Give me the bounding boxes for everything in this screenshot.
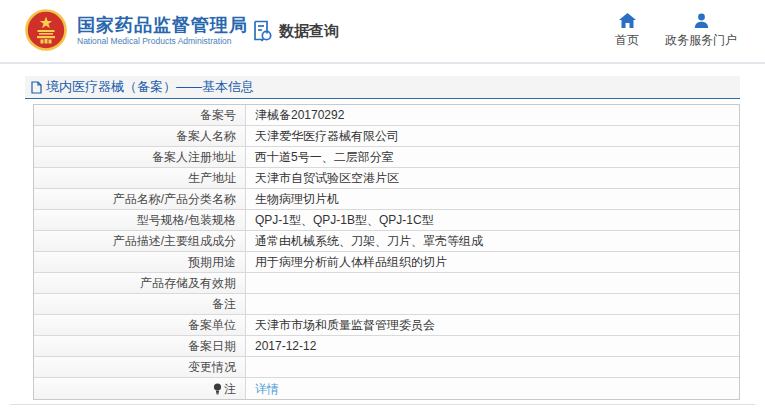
row-value: 西十道5号一、二层部分室: [246, 147, 739, 167]
row-label: 产品存储及有效期: [34, 273, 246, 293]
row-value: 用于病理分析前人体样品组织的切片: [246, 252, 739, 272]
row-label: 备案号: [34, 105, 246, 125]
data-query-label: 数据查询: [279, 22, 339, 41]
site-logo[interactable]: 国家药品监督管理局 National Medical Products Admi…: [25, 9, 248, 51]
page-header: 国家药品监督管理局 National Medical Products Admi…: [0, 0, 765, 64]
row-value: [246, 294, 739, 314]
table-row: 备注: [34, 294, 739, 315]
nav-home[interactable]: 首页: [615, 13, 639, 49]
header-nav: 首页 政务服务门户: [615, 13, 737, 49]
table-row: 预期用途用于病理分析前人体样品组织的切片: [34, 252, 739, 273]
record-info-table: 备案号津械备20170292 备案人名称天津爱华医疗器械有限公司 备案人注册地址…: [33, 104, 740, 400]
row-value: 津械备20170292: [246, 105, 739, 125]
row-label: 型号规格/包装规格: [34, 210, 246, 230]
row-label: 生产地址: [34, 168, 246, 188]
table-row: 注 详情: [34, 378, 739, 399]
row-label: 预期用途: [34, 252, 246, 272]
row-value: 2017-12-12: [246, 336, 739, 356]
lightbulb-icon: [213, 383, 222, 395]
table-row: 型号规格/包装规格QPJ-1型、QPJ-1B型、QPJ-1C型: [34, 210, 739, 231]
bottom-divider: [10, 404, 755, 405]
row-value: 天津市自贸试验区空港片区: [246, 168, 739, 188]
main-content: 境内医疗器械（备案）——基本信息 备案号津械备20170292 备案人名称天津爱…: [25, 76, 740, 400]
table-row: 备案人名称天津爱华医疗器械有限公司: [34, 126, 739, 147]
table-row: 备案人注册地址西十道5号一、二层部分室: [34, 147, 739, 168]
row-label: 注: [34, 378, 246, 399]
row-label: 产品名称/产品分类名称: [34, 189, 246, 209]
document-search-icon: [252, 19, 274, 43]
row-value: 生物病理切片机: [246, 189, 739, 209]
row-label: 备案日期: [34, 336, 246, 356]
table-row: 备案单位天津市市场和质量监督管理委员会: [34, 315, 739, 336]
row-value: QPJ-1型、QPJ-1B型、QPJ-1C型: [246, 210, 739, 230]
row-label: 备案人名称: [34, 126, 246, 146]
row-label: 备注: [34, 294, 246, 314]
nav-service-portal[interactable]: 政务服务门户: [665, 13, 737, 49]
table-row: 变更情况: [34, 357, 739, 378]
row-label: 变更情况: [34, 357, 246, 377]
table-row: 产品名称/产品分类名称生物病理切片机: [34, 189, 739, 210]
nav-service-portal-label: 政务服务门户: [665, 32, 737, 49]
org-name-en: National Medical Products Administration: [77, 36, 248, 47]
section-title-bar: 境内医疗器械（备案）——基本信息: [25, 76, 740, 99]
details-link[interactable]: 详情: [255, 379, 279, 399]
table-row: 产品描述/主要组成成分通常由机械系统、刀架、刀片、罩壳等组成: [34, 231, 739, 252]
row-value: [246, 357, 739, 377]
row-value: 通常由机械系统、刀架、刀片、罩壳等组成: [246, 231, 739, 251]
row-value: 天津爱华医疗器械有限公司: [246, 126, 739, 146]
china-national-emblem-icon: [25, 9, 67, 51]
user-icon: [694, 13, 709, 28]
document-icon: [31, 81, 42, 94]
table-row: 产品存储及有效期: [34, 273, 739, 294]
table-row: 备案号津械备20170292: [34, 105, 739, 126]
row-label: 备案单位: [34, 315, 246, 335]
data-query-module[interactable]: 数据查询: [252, 19, 339, 43]
home-icon: [619, 13, 636, 28]
row-value: [246, 273, 739, 293]
section-title: 境内医疗器械（备案）——基本信息: [46, 78, 254, 96]
row-value: 天津市市场和质量监督管理委员会: [246, 315, 739, 335]
org-name: 国家药品监督管理局 National Medical Products Admi…: [77, 14, 248, 47]
row-value: 详情: [246, 378, 739, 399]
table-row: 生产地址天津市自贸试验区空港片区: [34, 168, 739, 189]
row-label: 备案人注册地址: [34, 147, 246, 167]
row-label: 产品描述/主要组成成分: [34, 231, 246, 251]
nav-home-label: 首页: [615, 32, 639, 49]
table-row: 备案日期2017-12-12: [34, 336, 739, 357]
org-name-cn: 国家药品监督管理局: [77, 14, 248, 36]
